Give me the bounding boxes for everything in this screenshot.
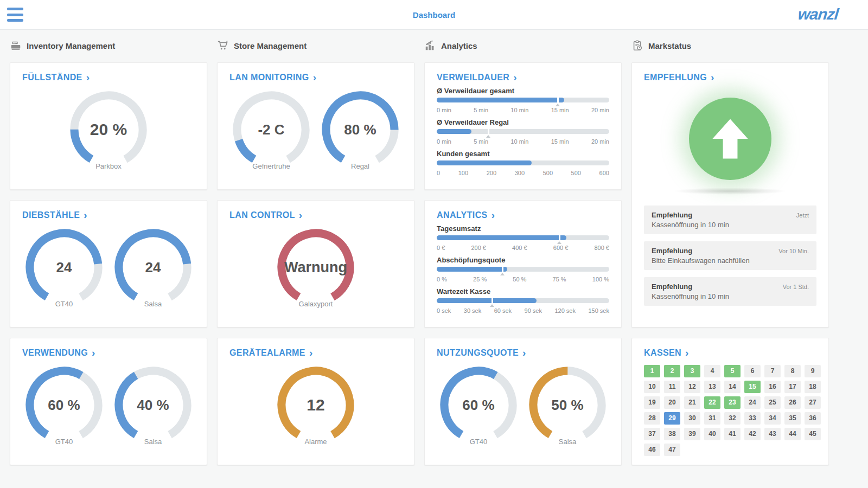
kassa-cell-free[interactable]: 7 [764,365,781,377]
kassa-cell-open[interactable]: 15 [744,381,761,393]
kassa-cell-open[interactable]: 3 [684,365,700,377]
tick-label: 90 sek [525,307,542,314]
card-link-lan-control[interactable]: LAN CONTROL› [229,210,303,220]
kassa-cell-free[interactable]: 28 [644,412,660,425]
metric-bars: Tagesumsatz0 €200 €400 €600 €800 €Abschö… [437,224,609,314]
kassa-cell-free[interactable]: 9 [805,365,821,377]
column-markstatus: Markstatus EMPFEHLUNG›EmpfehlungJetztKas… [631,38,829,476]
metric-bar-ticks: 0 min5 min10 min15 min20 min [437,138,609,145]
kassa-cell-free[interactable]: 10 [644,381,660,393]
gauge-label: Salsa [112,438,194,446]
kassa-cell-free[interactable]: 32 [724,412,741,425]
kassa-cell-free[interactable]: 36 [805,412,821,425]
kassa-cell-open[interactable]: 5 [724,365,741,377]
kassa-cell-open[interactable]: 22 [704,396,720,409]
kassa-cell-free[interactable]: 19 [644,396,660,409]
gauge-value: -2 C [231,89,312,170]
gauge-row: 60 %GT4040 %Salsa [22,364,195,446]
kassa-cell-free[interactable]: 27 [805,396,821,409]
kassa-cell-free[interactable]: 38 [664,428,680,440]
metric-bar-kunden-gesamt: Kunden gesamt0100200300500500600 [437,150,609,176]
kassa-cell-free[interactable]: 41 [724,428,741,440]
kassa-cell-free[interactable]: 26 [784,396,801,409]
metric-bar-marker-row [437,102,609,107]
metric-bar-label: Tagesumsatz [437,224,609,233]
metric-bar-fill [437,267,507,272]
gauge-label: GT40 [23,438,105,446]
kassa-cell-free[interactable]: 21 [684,396,700,409]
gauge-value: 12 [275,364,356,446]
kassa-cell-free[interactable]: 44 [784,428,801,440]
tick-label: 50 % [513,276,526,282]
card-link-lan-monitoring[interactable]: LAN MONITORING› [229,73,316,82]
kassa-cell-free[interactable]: 35 [784,412,801,425]
marker-triangle-icon [490,304,494,307]
gauge-galaxyport: WarnungGalaxyport [275,227,356,308]
card-verweildauer: VERWEILDAUER›Ø Verweildauer gesamt0 min5… [424,62,622,190]
kassa-cell-free[interactable]: 13 [704,381,720,393]
kassa-cell-open[interactable]: 23 [724,396,741,409]
card-link-analytics[interactable]: ANALYTICS› [437,210,495,220]
card-empfehlung: EMPFEHLUNG›EmpfehlungJetztKassenöffnung … [631,62,829,328]
gauge-value: 60 % [438,364,519,446]
kassa-cell-free[interactable]: 47 [664,444,680,456]
kassa-cell-free[interactable]: 12 [684,381,700,393]
kassa-cell-free[interactable]: 31 [704,412,720,425]
kassa-cell-free[interactable]: 45 [805,428,821,440]
tick-label: 15 min [551,138,569,145]
kassa-cell-free[interactable]: 24 [744,396,761,409]
kassa-cell-free[interactable]: 43 [764,428,781,440]
gauge-regal: 80 %Regal [320,89,401,170]
kassa-cell-free[interactable]: 37 [644,428,660,440]
kassa-cell-free[interactable]: 8 [784,365,801,377]
recommendation-item[interactable]: EmpfehlungJetztKassenöffnung in 10 min [644,206,816,234]
chevron-right-icon: › [492,211,495,219]
card-link-geraetealarme[interactable]: GERÄTEALARME› [229,348,313,358]
gauge-row: WarnungGalaxyport [229,227,402,308]
marker-triangle-icon [557,241,561,244]
kassa-cell-free[interactable]: 4 [704,365,720,377]
kassa-cell-open[interactable]: 1 [644,365,660,377]
recommendation-item[interactable]: EmpfehlungVor 1 Std.Kassenöffnung in 10 … [644,277,816,306]
kassa-cell-free[interactable]: 39 [684,428,700,440]
kassa-cell-free[interactable]: 42 [744,428,761,440]
kassa-cell-free[interactable]: 25 [764,396,781,409]
card-link-empfehlung[interactable]: EMPFEHLUNG› [644,73,714,82]
card-title-text: LAN CONTROL [229,210,295,220]
kassa-cell-free[interactable]: 18 [805,381,821,393]
gauge-gt40: 60 %GT40 [438,364,519,446]
column-store-management: Store Management LAN MONITORING›-2 CGefr… [217,38,414,476]
kassa-cell-free[interactable]: 33 [744,412,761,425]
recommendation-item[interactable]: EmpfehlungVor 10 Min.Bitte Einkaufswagen… [644,241,816,270]
gauge-label: Salsa [112,300,194,308]
tick-label: 600 [599,170,609,176]
kassa-cell-free[interactable]: 14 [724,381,741,393]
tick-label: 0 min [437,138,451,145]
metric-bar-fill [437,298,537,303]
kassa-cell-free[interactable]: 30 [684,412,700,425]
kassa-cell-free[interactable]: 17 [784,381,801,393]
card-link-diebstaehle[interactable]: DIEBSTÄHLE› [22,210,87,220]
card-link-kassen[interactable]: KASSEN› [644,348,689,358]
trend-indicator [644,98,816,195]
chevron-right-icon: › [711,74,714,81]
kassa-cell-free[interactable]: 34 [764,412,781,425]
metric-bar-track [437,235,609,240]
kassa-cell-free[interactable]: 16 [764,381,781,393]
kassa-cell-open[interactable]: 2 [664,365,680,377]
card-link-verwendung[interactable]: VERWENDUNG› [22,348,95,358]
kassa-cell-free[interactable]: 20 [664,396,680,409]
metric-bars: Ø Verweildauer gesamt0 min5 min10 min15 … [437,87,609,176]
metric-bar-marker-row [437,240,609,245]
chevron-right-icon: › [86,74,90,81]
metric-bar-label: Wartezeit Kasse [437,287,609,296]
kassa-cell-selected[interactable]: 29 [664,412,680,425]
kassa-cell-free[interactable]: 11 [664,381,680,393]
kassa-cell-free[interactable]: 6 [744,365,761,377]
card-link-verweildauer[interactable]: VERWEILDAUER› [437,73,517,82]
card-link-nutzungsquote[interactable]: NUTZUNGSQUOTE› [437,348,526,358]
kassen-grid: 1234567891011121314151617181920212223242… [644,365,816,456]
kassa-cell-free[interactable]: 46 [644,444,660,456]
kassa-cell-free[interactable]: 40 [704,428,720,440]
card-link-fuellstaende[interactable]: FÜLLSTÄNDE› [22,73,90,82]
